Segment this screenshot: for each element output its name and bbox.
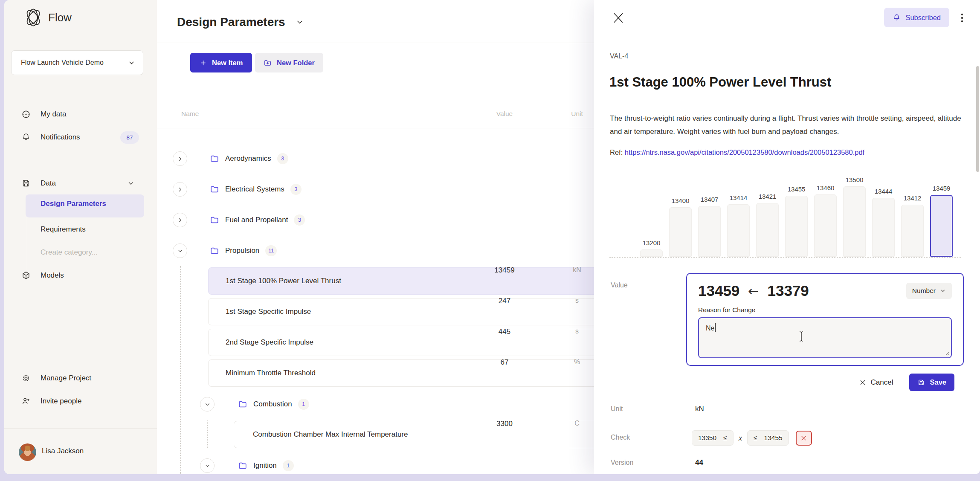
chart-bar-group[interactable]: 13421 [756, 193, 779, 257]
close-icon [800, 435, 807, 441]
chart-bar-group[interactable]: 13200 [640, 239, 663, 257]
check-min-value: 13350 [698, 434, 716, 442]
sidebar-item-manage-project[interactable]: Manage Project [4, 369, 157, 388]
kebab-menu-icon[interactable] [954, 10, 970, 26]
subscribed-label: Subscribed [905, 14, 941, 22]
remove-check-button[interactable] [796, 431, 812, 446]
sidebar-item-notifications[interactable]: Notifications 87 [4, 128, 157, 147]
check-max-value: 13455 [764, 434, 783, 442]
sidebar-item-label: Manage Project [41, 374, 91, 382]
avatar[interactable] [19, 443, 36, 461]
value-type-select[interactable]: Number [906, 283, 952, 299]
chart-bar-group[interactable]: 13500 [843, 176, 866, 257]
chart-bar-group[interactable]: 13400 [669, 197, 692, 257]
folder-icon [210, 215, 219, 225]
sidebar-item-invite-people[interactable]: Invite people [4, 392, 157, 411]
column-header-name[interactable]: Name [181, 110, 199, 118]
item-description: The thrust-to-weight ratio varies contin… [610, 112, 967, 138]
parameter-row-card[interactable]: 1st Stage 100% Power Level Thrust [208, 267, 609, 295]
expand-chevron-icon[interactable] [173, 151, 187, 166]
check-max-chip[interactable]: ≤ 13455 [747, 430, 789, 446]
chart-bar-group[interactable]: 13459 [930, 185, 953, 257]
folder-icon [210, 185, 219, 194]
folder-row-label[interactable]: Propulsion11 [210, 235, 277, 266]
check-label: Check [611, 434, 630, 441]
collapse-chevron-icon[interactable] [200, 458, 215, 473]
folder-row-label[interactable]: Aerodynamics3 [210, 143, 288, 174]
reason-textarea[interactable]: Ne [698, 317, 952, 358]
person-plus-icon [21, 397, 31, 406]
folder-count-badge: 11 [265, 245, 277, 256]
sidebar-item-my-data[interactable]: My data [4, 105, 157, 124]
version-label: Version [611, 459, 633, 467]
chart-bar-group[interactable]: 13460 [814, 184, 837, 257]
parameter-unit: % [564, 358, 590, 366]
folder-count-badge: 3 [277, 153, 288, 164]
parameter-row-card[interactable]: Minimum Throttle Threshold [208, 359, 609, 387]
sidebar-item-models[interactable]: Models [4, 266, 157, 285]
my-data-icon [21, 110, 31, 119]
chart-bar-label: 13200 [643, 239, 661, 246]
user-name[interactable]: Lisa Jackson [42, 447, 84, 455]
unit-label: Unit [611, 405, 623, 413]
chart-bar-group[interactable]: 13412 [901, 194, 924, 257]
chart-bar-group[interactable]: 13455 [785, 185, 808, 257]
value-type-label: Number [912, 287, 936, 295]
folder-row-label[interactable]: Electrical Systems3 [210, 174, 302, 205]
folder-row-label[interactable]: Fuel and Propellant3 [210, 205, 305, 235]
folder-row-label[interactable]: Combustion1 [238, 389, 309, 420]
subscribed-button[interactable]: Subscribed [884, 8, 949, 27]
parameter-row-card[interactable]: 1st Stage Specific Impulse [208, 298, 609, 325]
bell-icon [21, 133, 31, 142]
new-folder-button[interactable]: New Folder [255, 53, 323, 72]
expand-chevron-icon[interactable] [173, 182, 187, 197]
scrollbar-thumb[interactable] [976, 66, 979, 172]
resize-handle-icon[interactable] [944, 351, 949, 356]
new-item-button[interactable]: New Item [190, 53, 252, 72]
reference-line: Ref: https://ntrs.nasa.gov/api/citations… [610, 148, 864, 156]
version-value: 44 [695, 458, 703, 467]
column-header-unit[interactable]: Unit [564, 110, 590, 118]
sidebar-item-design-parameters-label[interactable]: Design Parameters [41, 200, 106, 208]
parameter-row-card[interactable]: 2nd Stage Specific Impulse [208, 329, 609, 356]
collapse-chevron-icon[interactable] [173, 243, 187, 258]
close-icon[interactable] [611, 11, 626, 26]
chart-bar [756, 203, 779, 257]
ref-link[interactable]: https://ntrs.nasa.gov/api/citations/2005… [625, 148, 864, 156]
text-caret [715, 323, 716, 332]
reason-text: Ne [706, 325, 714, 332]
sidebar-item-data[interactable]: Data [4, 174, 157, 193]
chart-bar-label: 13407 [701, 196, 719, 203]
chart-bar-group[interactable]: 13407 [698, 196, 721, 257]
new-item-label: New Item [212, 59, 243, 67]
parameter-value: 247 [490, 297, 519, 305]
parameter-row-card[interactable]: Combustion Chamber Max Internal Temperat… [234, 421, 609, 448]
old-value: 13379 [767, 282, 809, 299]
sidebar-divider [4, 428, 157, 429]
parameter-name: Minimum Throttle Threshold [226, 369, 316, 377]
lte-icon: ≤ [754, 434, 757, 442]
chart-bar-label: 13459 [933, 185, 951, 192]
save-button[interactable]: Save [909, 374, 954, 391]
parameter-value: 3300 [490, 420, 519, 428]
chart-bar-label: 13412 [904, 194, 922, 202]
expand-chevron-icon[interactable] [173, 213, 187, 227]
lte-icon: ≤ [723, 434, 727, 442]
check-min-chip[interactable]: 13350 ≤ [692, 430, 734, 446]
value-history-chart: 1320013400134071341413421134551346013500… [609, 170, 961, 258]
sidebar-item-create-category[interactable]: Create category... [41, 248, 98, 257]
value-editor-card: 13459 ← 13379 Number Reason for Change N… [686, 273, 964, 366]
new-folder-label: New Folder [277, 59, 315, 67]
reason-for-change-label: Reason for Change [698, 306, 952, 314]
cancel-button[interactable]: Cancel [857, 378, 896, 387]
chart-bar-group[interactable]: 13444 [872, 188, 895, 257]
collapse-chevron-icon[interactable] [200, 397, 215, 411]
chevron-down-icon [127, 180, 135, 187]
chart-bar-group[interactable]: 13414 [727, 194, 750, 257]
folder-row-label[interactable]: Ignition1 [238, 450, 294, 474]
chart-bar [843, 186, 866, 257]
column-header-value[interactable]: Value [490, 110, 519, 118]
sidebar-item-requirements[interactable]: Requirements [41, 225, 86, 234]
project-selector[interactable]: Flow Launch Vehicle Demo [11, 50, 143, 75]
page-title-chevron-icon[interactable] [296, 18, 304, 26]
